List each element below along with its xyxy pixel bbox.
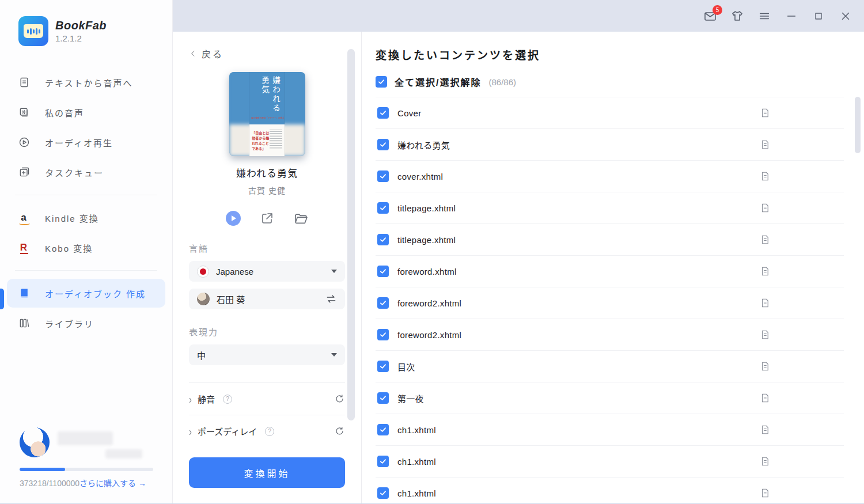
play-icon [232,215,236,221]
item-checkbox[interactable] [377,107,389,119]
language-label: 言語 [189,242,345,254]
minimize-button[interactable] [785,9,798,23]
external-link-button[interactable] [260,211,274,225]
sidebar-item-kobo-convert[interactable]: R Kobo 変換 [7,233,165,262]
help-icon[interactable]: ? [265,427,274,436]
sidebar-item-my-voice[interactable]: 私の音声 [7,98,165,127]
item-checkbox[interactable] [377,234,389,245]
item-checkbox[interactable] [377,392,389,404]
sidebar-item-library[interactable]: ライブラリ [7,309,165,338]
item-checkbox[interactable] [377,202,389,214]
sidebar-item-audio-play[interactable]: オーディオ再生 [7,128,165,157]
preview-play-button[interactable] [226,211,241,226]
document-icon [760,203,770,213]
list-item-label: foreword2.xhtml [397,330,751,340]
list-item[interactable]: 第一夜 [376,382,844,414]
list-item-label: foreword2.xhtml [397,298,751,308]
document-icon [760,139,770,150]
document-icon [760,234,770,245]
document-icon [760,393,770,403]
maximize-button[interactable] [812,9,825,23]
content-scrollbar[interactable] [855,97,861,153]
messages-button[interactable]: 5 [703,9,717,23]
voice-value: 石田 葵 [217,293,319,305]
detail-scrollbar[interactable] [347,49,355,420]
theme-button[interactable] [730,9,744,23]
list-item[interactable]: ch1.xhtml [376,446,844,478]
list-item-label: ch1.xhtml [397,457,751,467]
app-name: BookFab [55,19,107,32]
check-icon [379,204,387,212]
kobo-rakuten-icon: R [18,242,30,253]
sidebar-item-label: Kindle 変換 [45,212,99,224]
chevron-down-icon [331,270,337,273]
list-item[interactable]: foreword2.xhtml [376,319,844,351]
document-icon [760,266,770,276]
menu-button[interactable] [757,9,771,23]
close-button[interactable] [839,9,852,23]
list-item[interactable]: ch1.xhtml [376,414,844,446]
language-select[interactable]: Japanese [189,261,345,282]
chevron-down-icon [331,353,337,357]
clipped-setting-label: ポーズディレイ [198,425,257,437]
app-window: BookFab 1.2.1.2 テキストから音声へ 私の音声 オーディオ再生 [0,0,864,504]
sidebar-item-kindle-convert[interactable]: a Kindle 変換 [7,203,165,232]
item-checkbox[interactable] [377,329,389,340]
list-item-label: ch1.xhtml [397,488,751,498]
sidebar-item-label: タスクキュー [45,166,104,179]
select-all-checkbox[interactable] [376,76,387,88]
item-checkbox[interactable] [377,424,389,435]
item-checkbox[interactable] [377,266,389,277]
open-folder-button[interactable] [294,211,308,226]
list-item[interactable]: titlepage.xhtml [376,224,844,256]
item-checkbox[interactable] [377,139,389,150]
list-item[interactable]: titlepage.xhtml [376,192,844,224]
list-item[interactable]: foreword2.xhtml [376,287,844,319]
list-item[interactable]: ch1.xhtml [376,478,844,503]
item-checkbox[interactable] [377,297,389,309]
document-icon [760,329,770,340]
silence-label: 静音 [198,393,215,405]
list-item-label: Cover [397,108,751,118]
list-item[interactable]: 嫌われる勇気 [376,129,844,161]
swap-voice-icon[interactable] [325,293,337,305]
item-checkbox[interactable] [377,361,389,372]
select-all-label: 全て選択/選択解除 [395,75,481,89]
play-circle-icon [18,137,30,148]
item-checkbox[interactable] [377,170,389,182]
check-icon [379,236,387,244]
list-item-label: ch1.xhtml [397,425,751,435]
sidebar-divider [15,270,157,271]
list-item[interactable]: Cover [376,97,844,129]
sidebar-item-label: ライブラリ [45,317,94,329]
book-cover: 嫌われる勇気 自己啓発の源流「アドラー」の教え 「自由とは他者から嫌われることで… [229,72,305,156]
help-icon[interactable]: ? [223,395,232,404]
japan-flag-icon [197,266,209,278]
reset-icon[interactable] [334,426,345,437]
list-item[interactable]: cover.xhtml [376,161,844,192]
buy-more-link[interactable]: さらに購入する → [79,479,146,488]
check-icon [379,109,387,117]
item-checkbox[interactable] [377,456,389,467]
document-icon [18,77,30,88]
sidebar-item-task-queue[interactable]: タスクキュー [7,158,165,187]
check-icon [377,78,385,86]
sidebar-item-text-to-speech[interactable]: テキストから音声へ [7,68,165,97]
select-all-row[interactable]: 全て選択/選択解除 (86/86) [376,75,844,97]
start-conversion-button[interactable]: 変換開始 [189,457,345,488]
check-icon [379,172,387,180]
voice-select[interactable]: 石田 葵 [189,289,345,309]
document-icon [760,488,770,498]
notification-badge: 5 [713,5,722,15]
list-item[interactable]: 目次 [376,351,844,382]
silence-setting-row[interactable]: › 静音 ? [189,383,345,415]
detail-footer: 変換開始 [173,442,361,503]
user-avatar[interactable] [20,427,50,457]
list-item[interactable]: foreword.xhtml [376,256,844,287]
expression-select[interactable]: 中 [189,344,345,365]
back-button[interactable]: 戻る [189,47,345,60]
reset-icon[interactable] [334,393,345,404]
item-checkbox[interactable] [377,487,389,499]
list-item-label: cover.xhtml [397,172,751,181]
sidebar-item-audiobook-create[interactable]: オーディオブック 作成 [7,279,165,308]
